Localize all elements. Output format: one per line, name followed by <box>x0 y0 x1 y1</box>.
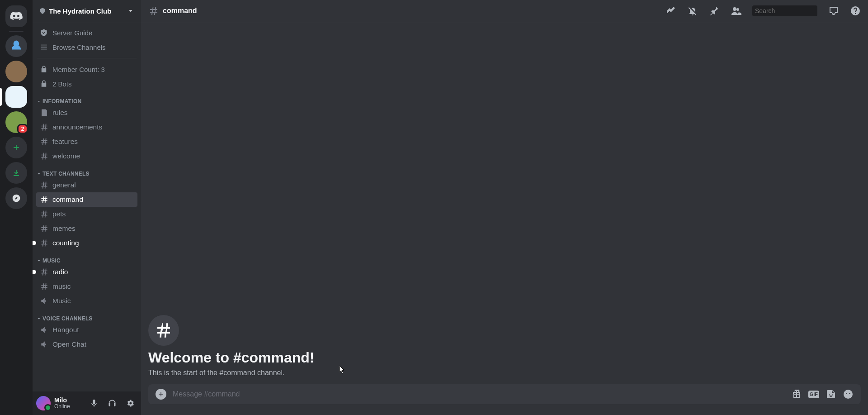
category-header-text[interactable]: TEXT CHANNELS <box>36 163 137 178</box>
separator <box>37 58 137 58</box>
user-settings-button[interactable] <box>123 396 137 410</box>
plus-icon <box>157 391 165 398</box>
emoji-button[interactable] <box>843 389 854 400</box>
deafen-button[interactable] <box>105 396 119 410</box>
server-avatar-icon <box>9 39 23 53</box>
channel-label: announcements <box>52 123 102 131</box>
channel-label: memes <box>52 224 75 233</box>
channel-command[interactable]: command <box>36 192 137 207</box>
channel-hangout[interactable]: Hangout <box>36 323 137 337</box>
member-count-label: Member Count: 3 <box>52 66 105 73</box>
download-apps-button[interactable] <box>5 162 27 184</box>
chevron-down-icon <box>127 7 135 15</box>
hash-icon <box>40 239 49 248</box>
hash-icon <box>40 137 49 146</box>
channel-features[interactable]: features <box>36 134 137 149</box>
sticker-button[interactable] <box>826 389 836 400</box>
message-area: Welcome to #command! This is the start o… <box>141 22 868 415</box>
compass-icon <box>12 194 21 203</box>
explore-servers-button[interactable] <box>5 187 27 209</box>
channel-memes[interactable]: memes <box>36 221 137 236</box>
lock-icon <box>40 65 48 73</box>
user-status: Online <box>54 404 83 410</box>
download-icon <box>12 168 21 177</box>
add-server-button[interactable]: + <box>5 137 27 158</box>
speaker-icon <box>40 340 49 349</box>
channel-label: Music <box>52 297 71 305</box>
channel-label: command <box>52 196 83 204</box>
speaker-icon <box>40 296 49 305</box>
user-info[interactable]: Milo Online <box>54 397 83 410</box>
lock-icon <box>40 80 48 88</box>
channel-general[interactable]: general <box>36 178 137 192</box>
channel-welcome[interactable]: welcome <box>36 149 137 163</box>
help-button[interactable] <box>850 5 861 16</box>
channel-music-voice[interactable]: Music <box>36 294 137 308</box>
channel-topbar: command <box>141 0 868 22</box>
speaker-icon <box>40 325 49 334</box>
channel-announcements[interactable]: announcements <box>36 120 137 134</box>
gif-button[interactable]: GIF <box>808 391 819 398</box>
channel-radio[interactable]: radio <box>36 265 137 279</box>
chevron-down-icon <box>36 171 42 176</box>
headphones-icon <box>108 399 117 408</box>
category-header-voice[interactable]: VOICE CHANNELS <box>36 308 137 323</box>
channel-sidebar: The Hydration Club Server Guide Browse C… <box>33 0 141 415</box>
search-box[interactable] <box>752 5 817 16</box>
hash-icon <box>154 321 173 340</box>
channel-pets[interactable]: pets <box>36 207 137 221</box>
chevron-down-icon <box>36 99 42 104</box>
channel-rules[interactable]: rules <box>36 105 137 120</box>
category-label: VOICE CHANNELS <box>42 315 93 322</box>
home-button[interactable] <box>5 5 27 27</box>
gift-button[interactable] <box>791 389 802 400</box>
bell-muted-icon <box>687 5 698 16</box>
search-input[interactable] <box>755 7 834 14</box>
discord-logo-icon <box>10 12 23 21</box>
server-item-active[interactable] <box>5 86 27 108</box>
channel-label: features <box>52 138 78 146</box>
user-name: Milo <box>54 397 83 404</box>
channel-title: command <box>163 7 197 15</box>
hash-icon <box>40 224 49 233</box>
members-button[interactable] <box>731 5 741 16</box>
category-label: TEXT CHANNELS <box>42 171 90 177</box>
channel-label: music <box>52 282 71 291</box>
channel-counting[interactable]: counting <box>36 236 137 250</box>
user-panel: Milo Online <box>33 391 141 415</box>
channel-openchat[interactable]: Open Chat <box>36 337 137 352</box>
composer: GIF <box>148 384 861 404</box>
threads-button[interactable] <box>665 5 676 16</box>
channel-label: Hangout <box>52 326 79 334</box>
sticker-icon <box>826 389 836 400</box>
server-item-1[interactable] <box>5 35 27 57</box>
pinned-button[interactable] <box>709 5 720 16</box>
category-header-information[interactable]: INFORMATION <box>36 91 137 105</box>
channel-music-text[interactable]: music <box>36 279 137 294</box>
composer-wrap: GIF <box>148 384 861 415</box>
server-item-2[interactable] <box>5 61 27 82</box>
server-item-4[interactable]: 2 <box>5 111 27 133</box>
user-avatar[interactable] <box>36 396 51 410</box>
attach-button[interactable] <box>156 389 166 400</box>
channel-list: Server Guide Browse Channels Member Coun… <box>33 22 141 391</box>
threads-icon <box>665 5 676 16</box>
chevron-down-icon <box>36 316 42 321</box>
category-header-music[interactable]: MUSIC <box>36 250 137 265</box>
channel-label: counting <box>52 239 79 247</box>
boost-badge-icon <box>39 7 46 14</box>
server-header[interactable]: The Hydration Club <box>33 0 141 22</box>
server-guide-link[interactable]: Server Guide <box>36 25 137 40</box>
message-input[interactable] <box>173 390 785 398</box>
notifications-button[interactable] <box>687 5 698 16</box>
inbox-button[interactable] <box>828 5 839 16</box>
help-icon <box>850 5 861 16</box>
bots-count-row: 2 Bots <box>36 76 137 91</box>
mic-icon <box>90 399 99 408</box>
channel-label: pets <box>52 210 66 218</box>
server-name: The Hydration Club <box>49 7 111 15</box>
channel-label: welcome <box>52 152 80 160</box>
server-bar: 2 + <box>0 0 33 415</box>
browse-channels-link[interactable]: Browse Channels <box>36 40 137 54</box>
mute-button[interactable] <box>87 396 101 410</box>
